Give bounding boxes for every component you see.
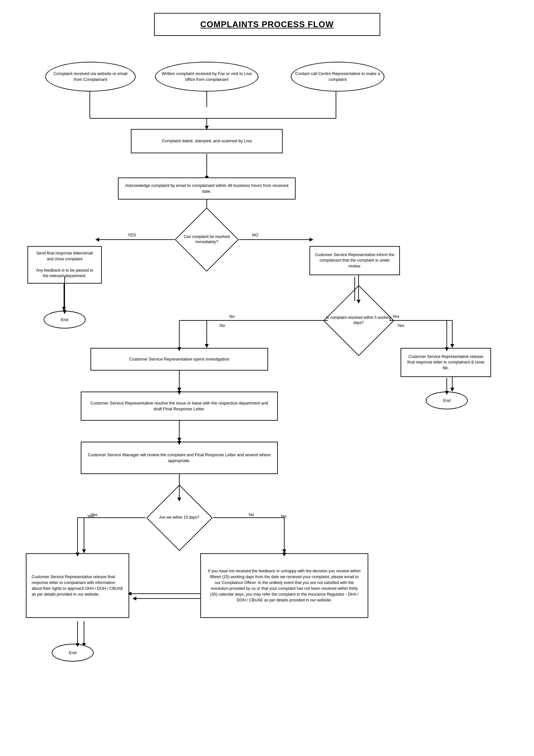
node-rect4-left: Customer Service Representative opens in… [90,348,268,370]
node-diamond1: Can complaint be resolved immediately? [162,222,252,257]
svg-marker-13 [310,238,313,242]
svg-marker-42 [282,549,286,553]
svg-marker-32 [177,438,181,442]
svg-marker-15 [62,307,66,311]
svg-text:No: No [281,514,287,519]
svg-marker-30 [450,388,454,392]
node-oval2: Written complaint received by Fax or vis… [155,62,258,92]
node-end1: End [44,311,86,329]
node-rect7-right: If you have not received the feedback or… [200,553,368,618]
node-rect3-right: Customer Service Representative inform t… [310,246,400,275]
node-oval1: Complaint received via website or email … [45,62,136,92]
node-oval3: Contact call Centre Representative to ma… [291,62,384,92]
svg-text:No: No [220,323,225,328]
node-rect1: Complaint dated, stamped, and scanned by… [131,129,283,153]
node-rect2: Acknowledge complaint by email to compla… [118,177,295,200]
node-end3: End [52,644,94,662]
svg-marker-26 [450,344,454,348]
svg-text:YES: YES [128,232,136,237]
node-rect3-left: Send final response letter/email and clo… [27,246,102,284]
svg-marker-44 [133,597,136,601]
node-diamond2: Is complaint resolved within 5 working d… [304,299,414,341]
svg-marker-39 [82,549,86,553]
svg-marker-28 [177,388,181,392]
node-rect6: Customer Service Manager will review the… [81,442,278,474]
svg-marker-11 [95,238,99,242]
node-end2: End [426,392,468,409]
svg-text:No: No [249,512,254,517]
svg-text:No: No [229,314,235,319]
node-rect5: Customer Service Representative resolve … [81,392,278,421]
svg-text:Yes: Yes [90,512,98,517]
svg-text:Yes: Yes [87,514,94,519]
title-box: COMPLAINTS PROCESS FLOW [154,13,380,36]
svg-marker-23 [205,344,209,348]
page: COMPLAINTS PROCESS FLOW [0,0,534,756]
svg-text:NO: NO [252,232,258,237]
node-rect4-right: Customer Service Representative release … [400,348,491,377]
page-title: COMPLAINTS PROCESS FLOW [168,19,367,29]
node-rect7-left: Customer Service Representative release … [26,553,129,618]
node-diamond3: Are we within 15 days? [134,498,224,537]
